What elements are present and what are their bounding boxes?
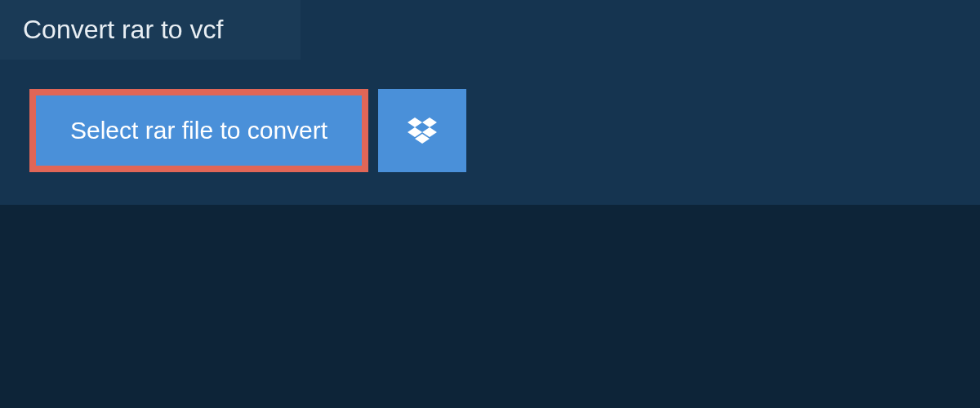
converter-panel: Convert rar to vcf Select rar file to co… (0, 0, 980, 205)
select-file-button[interactable]: Select rar file to convert (29, 89, 368, 172)
dropbox-icon (408, 118, 437, 144)
select-file-label: Select rar file to convert (70, 117, 327, 144)
button-row: Select rar file to convert (0, 60, 980, 172)
dropbox-button[interactable] (378, 89, 466, 172)
page-title: Convert rar to vcf (23, 15, 223, 44)
tab-header: Convert rar to vcf (0, 0, 301, 60)
